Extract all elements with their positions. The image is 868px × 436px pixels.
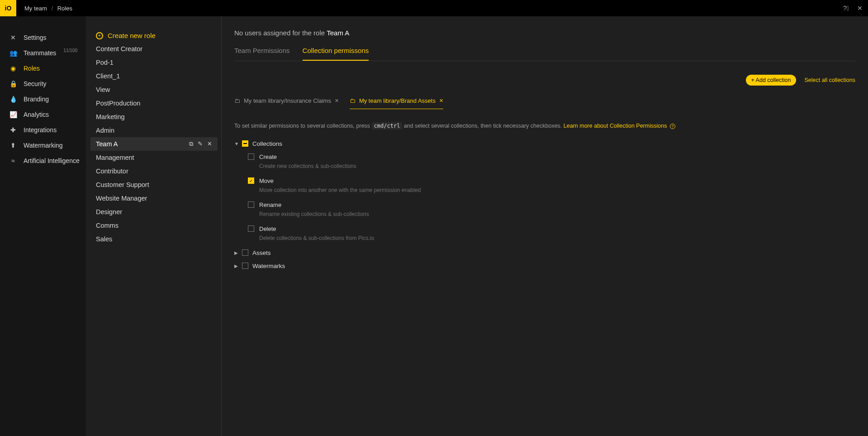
perm-section-assets: ▶Assets <box>234 249 855 256</box>
tab-team-permissions[interactable]: Team Permissions <box>234 47 290 61</box>
section-header[interactable]: ▶Assets <box>234 249 855 256</box>
chip-remove-icon[interactable]: ✕ <box>335 98 339 104</box>
role-header: No users assigned for the role Team A <box>234 29 855 37</box>
caret-right-icon: ▶ <box>234 264 238 268</box>
perm-description: Delete collections & sub-collections fro… <box>259 235 855 241</box>
role-item-label: Customer Support <box>96 181 149 188</box>
role-item-website-manager[interactable]: Website Manager <box>90 192 218 205</box>
chip-label: My team library/Brand Assets <box>359 97 436 104</box>
role-item-comms[interactable]: Comms <box>90 219 218 232</box>
add-collection-button[interactable]: + Add collection <box>746 75 797 86</box>
perm-label: Create <box>259 153 277 160</box>
sidebar-item-label: Teammates <box>24 49 56 57</box>
delete-icon[interactable]: ✕ <box>207 140 212 148</box>
role-item-management[interactable]: Management <box>90 151 218 164</box>
role-item-contributor[interactable]: Contributor <box>90 164 218 178</box>
sidebar-item-analytics[interactable]: 📈Analytics <box>0 107 86 122</box>
breadcrumb-current: Roles <box>57 5 72 12</box>
section-checkbox[interactable] <box>242 140 248 147</box>
close-icon[interactable]: ✕ <box>857 5 863 12</box>
integrations-icon: ✚ <box>9 126 17 134</box>
help-icon[interactable]: ?⃝ <box>843 5 849 12</box>
analytics-icon: 📈 <box>9 111 17 118</box>
role-item-label: Admin <box>96 127 114 134</box>
role-item-team-a[interactable]: Team A⧉✎✕ <box>90 137 218 151</box>
role-item-label: Designer <box>96 208 122 216</box>
role-item-designer[interactable]: Designer <box>90 205 218 219</box>
role-item-postproduction[interactable]: PostProduction <box>90 96 218 110</box>
breadcrumb-root[interactable]: My team <box>24 5 47 12</box>
role-item-view[interactable]: View <box>90 83 218 96</box>
sidebar-item-integrations[interactable]: ✚Integrations <box>0 122 86 138</box>
tabs: Team PermissionsCollection permissons <box>234 47 855 61</box>
role-item-label: Sales <box>96 235 112 243</box>
sidebar-item-label: Branding <box>24 96 49 103</box>
select-all-collections-link[interactable]: Select all collections <box>804 77 855 83</box>
perm-description: Create new collections & sub-collections <box>259 163 855 169</box>
collection-chip[interactable]: 🗀My team library/Brand Assets✕ <box>350 96 443 109</box>
section-label: Assets <box>252 249 271 256</box>
perm-row[interactable]: Delete <box>248 225 855 232</box>
caret-down-icon: ▼ <box>234 141 238 146</box>
roles-icon: ◉ <box>9 65 17 72</box>
section-checkbox[interactable] <box>242 263 248 269</box>
sidebar-item-roles[interactable]: ◉Roles <box>0 61 86 76</box>
role-item-actions: ⧉✎✕ <box>189 140 212 148</box>
role-item-pod-1[interactable]: Pod-1 <box>90 56 218 69</box>
sidebar: ✕Settings👥Teammates11/100◉Roles🔒Security… <box>0 16 86 436</box>
role-item-customer-support[interactable]: Customer Support <box>90 178 218 192</box>
perm-checkbox[interactable] <box>248 225 254 232</box>
role-item-label: PostProduction <box>96 100 140 107</box>
collection-chips: 🗀My team library/Insurance Claims✕🗀My te… <box>234 96 855 109</box>
sidebar-item-branding[interactable]: 💧Branding <box>0 91 86 107</box>
branding-icon: 💧 <box>9 96 17 103</box>
hint-link-text: Learn more about Collection Permissions <box>564 123 667 129</box>
section-header[interactable]: ▶Watermarks <box>234 263 855 269</box>
role-item-sales[interactable]: Sales <box>90 232 218 246</box>
sidebar-item-label: Watermarking <box>24 142 63 149</box>
perm-checkbox[interactable] <box>248 153 254 160</box>
section-label: Watermarks <box>252 263 285 269</box>
perm-row[interactable]: Rename <box>248 201 855 208</box>
section-header[interactable]: ▼Collections <box>234 140 855 147</box>
role-item-content-creator[interactable]: Content Creator <box>90 42 218 56</box>
learn-more-link[interactable]: Learn more about Collection Permissions … <box>564 123 675 129</box>
sidebar-item-label: Analytics <box>24 111 49 118</box>
caret-right-icon: ▶ <box>234 250 238 255</box>
duplicate-icon[interactable]: ⧉ <box>189 140 193 148</box>
security-icon: 🔒 <box>9 80 17 87</box>
collections-toolbar: + Add collection Select all collections <box>234 75 855 86</box>
sidebar-item-security[interactable]: 🔒Security <box>0 76 86 91</box>
perm-label: Delete <box>259 225 276 232</box>
perm-item-move: ✓MoveMove collection into another one wi… <box>248 177 855 193</box>
perm-checkbox[interactable] <box>248 201 254 208</box>
perm-row[interactable]: Create <box>248 153 855 160</box>
topbar: iO My team / Roles ?⃝ ✕ <box>0 0 868 16</box>
collection-chip[interactable]: 🗀My team library/Insurance Claims✕ <box>234 96 339 109</box>
sidebar-item-watermarking[interactable]: ⬆Watermarking <box>0 138 86 153</box>
perm-checkbox[interactable]: ✓ <box>248 177 254 184</box>
role-item-label: Contributor <box>96 168 128 175</box>
section-checkbox[interactable] <box>242 249 248 256</box>
perm-description: Rename existing collections & sub-collec… <box>259 211 855 217</box>
watermarking-icon: ⬆ <box>9 142 17 149</box>
hint-code: cmd/ctrl <box>372 122 403 129</box>
role-item-label: Website Manager <box>96 195 147 202</box>
role-item-admin[interactable]: Admin <box>90 124 218 137</box>
sidebar-badge: 11/100 <box>63 48 77 53</box>
chip-remove-icon[interactable]: ✕ <box>439 98 443 104</box>
sidebar-item-artificial-intelligence[interactable]: ≈Artificial Intelligence <box>0 153 86 168</box>
perm-row[interactable]: ✓Move <box>248 177 855 184</box>
create-role-button[interactable]: + Create new role <box>90 29 218 42</box>
edit-icon[interactable]: ✎ <box>198 140 203 148</box>
artificial-intelligence-icon: ≈ <box>9 157 17 164</box>
app-logo[interactable]: iO <box>0 0 16 16</box>
role-item-client-1[interactable]: Client_1 <box>90 69 218 83</box>
sidebar-item-settings[interactable]: ✕Settings <box>0 30 86 45</box>
hint-post: and select several collections, then tic… <box>402 123 563 129</box>
sidebar-item-teammates[interactable]: 👥Teammates11/100 <box>0 45 86 61</box>
create-role-label: Create new role <box>108 32 156 39</box>
role-item-marketing[interactable]: Marketing <box>90 110 218 124</box>
hint-pre: To set similar permissions to several co… <box>234 123 372 129</box>
tab-collection-permissons[interactable]: Collection permissons <box>303 47 369 61</box>
